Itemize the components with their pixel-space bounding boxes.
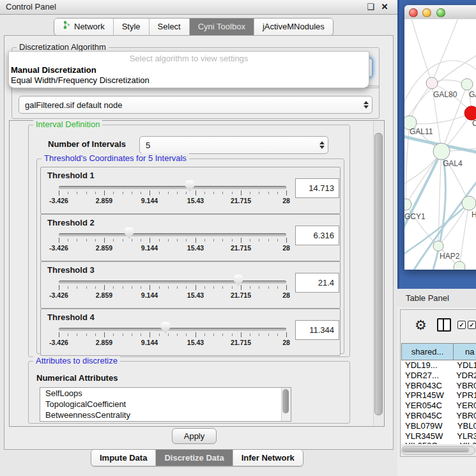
- table-horizontal-scrollbar[interactable]: [401, 446, 475, 455]
- settings-scrollbar[interactable]: [373, 121, 383, 426]
- float-panel-icon[interactable]: ❑: [365, 2, 376, 12]
- network-window[interactable]: GAL80 GA C GAL11 GAL4 GCY1 H HAP2: [404, 5, 476, 270]
- tab-discretize-data[interactable]: Discretize Data: [156, 450, 233, 466]
- tab-impute-data[interactable]: Impute Data: [91, 450, 156, 466]
- column-header-shared[interactable]: shared...: [401, 343, 454, 360]
- num-intervals-combo[interactable]: 5: [139, 136, 328, 154]
- cell[interactable]: YLR3: [454, 431, 476, 441]
- cell[interactable]: YBR043C: [401, 381, 454, 391]
- cell[interactable]: YER0: [454, 401, 476, 411]
- cell[interactable]: YBL0: [455, 421, 476, 431]
- scale-label: 2.859: [84, 291, 125, 299]
- column-header-name[interactable]: na: [453, 343, 476, 360]
- apply-button[interactable]: Apply: [172, 428, 217, 444]
- network-window-titlebar[interactable]: [404, 5, 476, 20]
- table-row[interactable]: YDL19...YDL1: [401, 360, 476, 371]
- tab-network[interactable]: Network: [54, 19, 114, 35]
- slider-track[interactable]: [59, 280, 286, 284]
- node-gal4[interactable]: [433, 143, 450, 160]
- cell[interactable]: YBL079W: [401, 421, 455, 431]
- tab-select[interactable]: Select: [150, 19, 190, 35]
- list-scrollbar[interactable]: [281, 388, 291, 421]
- slider-thumb[interactable]: [161, 322, 170, 334]
- scale-label: 9.144: [129, 197, 170, 204]
- node-h[interactable]: [462, 196, 476, 210]
- cell[interactable]: YDL19...: [401, 360, 454, 371]
- cell[interactable]: YBR045C: [401, 411, 454, 421]
- threshold-value-field[interactable]: 14.713: [295, 178, 339, 198]
- cell[interactable]: YBR0: [454, 381, 476, 391]
- node-bottom-partial[interactable]: [454, 261, 465, 270]
- node-green-top-right[interactable]: [461, 79, 473, 90]
- minimize-window-icon[interactable]: [422, 8, 431, 17]
- tab-infer-network[interactable]: Infer Network: [233, 450, 303, 466]
- close-panel-icon[interactable]: ✕: [380, 2, 390, 12]
- node-gcy1[interactable]: [404, 199, 411, 210]
- scale-label: 21.715: [220, 197, 261, 204]
- network-view[interactable]: GAL80 GA C GAL11 GAL4 GCY1 H HAP2: [404, 19, 476, 270]
- attributes-group: Attributes to discretize Numerical Attri…: [28, 361, 350, 424]
- node-pink[interactable]: [426, 77, 438, 89]
- table-data-combo[interactable]: galFiltered.sif default node: [19, 96, 372, 114]
- threshold-value-field[interactable]: 21.4: [295, 273, 339, 293]
- slider-thumb[interactable]: [185, 180, 194, 192]
- tab-cyni-toolbox[interactable]: Cyni Toolbox: [190, 19, 254, 35]
- cell[interactable]: YIL052C: [401, 441, 457, 444]
- group-title: Threshold's Coordinates for 5 Intervals: [42, 153, 189, 163]
- settings-scrollbar-thumb[interactable]: [374, 133, 383, 415]
- numerical-attributes-label: Numerical Attributes: [36, 373, 118, 383]
- table-row[interactable]: YBR043CYBR0: [401, 381, 476, 391]
- list-scrollbar-thumb[interactable]: [282, 389, 289, 413]
- cell[interactable]: YER054C: [401, 401, 454, 411]
- table-row[interactable]: YER054CYER0: [401, 401, 476, 411]
- table-horizontal-scrollbar-thumb[interactable]: [403, 447, 469, 452]
- slider-track[interactable]: [59, 233, 286, 236]
- cell[interactable]: YPR1: [454, 390, 476, 401]
- tab-label: Network: [74, 19, 105, 35]
- slider-thumb[interactable]: [125, 227, 134, 239]
- table-row[interactable]: YBL079WYBL0: [401, 421, 476, 431]
- node-label: GAL4: [443, 159, 463, 168]
- table-row[interactable]: YPR145WYPR1: [401, 390, 476, 401]
- option-equal-width-frequency[interactable]: Equal Width/Frequency Discretization: [11, 75, 367, 85]
- scale-label: -3.426: [38, 339, 79, 346]
- cell[interactable]: YDR2: [454, 371, 476, 381]
- cell[interactable]: YIL0: [457, 441, 476, 444]
- threshold-value-field[interactable]: 11.344: [295, 320, 339, 340]
- slider-track[interactable]: [59, 186, 286, 189]
- tab-jactivemnodules[interactable]: jActiveMNodules: [254, 19, 333, 35]
- node-red[interactable]: [464, 106, 476, 120]
- checkbox-icon[interactable]: [468, 321, 476, 329]
- checkbox-icon[interactable]: [457, 321, 466, 329]
- table-data-group: Table Data galFiltered.sif default node: [12, 86, 380, 119]
- list-item[interactable]: TopologicalCoefficient: [40, 399, 291, 410]
- attributes-list[interactable]: SelfLoops TopologicalCoefficient Between…: [40, 387, 291, 422]
- cyni-toolbox-panel: Discretization Algorithm Select algorith…: [4, 35, 394, 450]
- network-canvas[interactable]: GAL80 GA C GAL11 GAL4 GCY1 H HAP2: [404, 19, 476, 270]
- gear-icon[interactable]: ⚙: [415, 318, 427, 332]
- table-row[interactable]: YLR345WYLR3: [401, 431, 476, 441]
- option-manual-discretization[interactable]: Manual Discretization: [11, 65, 367, 75]
- cell[interactable]: YPR145W: [401, 390, 454, 401]
- cell[interactable]: YDR27...: [401, 371, 454, 381]
- node-hap2[interactable]: [433, 241, 443, 251]
- slider-track[interactable]: [59, 328, 286, 331]
- table-row[interactable]: YDR27...YDR2: [401, 371, 476, 381]
- threshold-label: Threshold 4: [47, 312, 95, 322]
- right-region: GAL80 GA C GAL11 GAL4 GCY1 H HAP2 Table: [397, 0, 476, 476]
- tab-style[interactable]: Style: [114, 19, 150, 35]
- cell[interactable]: YBR0: [454, 411, 476, 421]
- split-columns-icon[interactable]: [437, 318, 451, 332]
- list-item[interactable]: BetweennessCentrality: [40, 410, 291, 420]
- threshold-1-panel: Threshold 1 -3.426 2.859 9.144 15.43 21.…: [40, 167, 341, 214]
- list-item[interactable]: SelfLoops: [40, 388, 291, 399]
- node-label: GA: [469, 90, 476, 99]
- scale-label: -3.426: [38, 291, 79, 299]
- table-row[interactable]: YIL052CYIL0: [401, 441, 476, 444]
- table-row[interactable]: YBR045CYBR0: [401, 411, 476, 421]
- threshold-value-field[interactable]: 6.316: [295, 226, 339, 245]
- close-window-icon[interactable]: [409, 8, 418, 17]
- cell[interactable]: YLR345W: [401, 431, 454, 441]
- zoom-window-icon[interactable]: [436, 8, 445, 17]
- cell[interactable]: YDL1: [454, 360, 476, 371]
